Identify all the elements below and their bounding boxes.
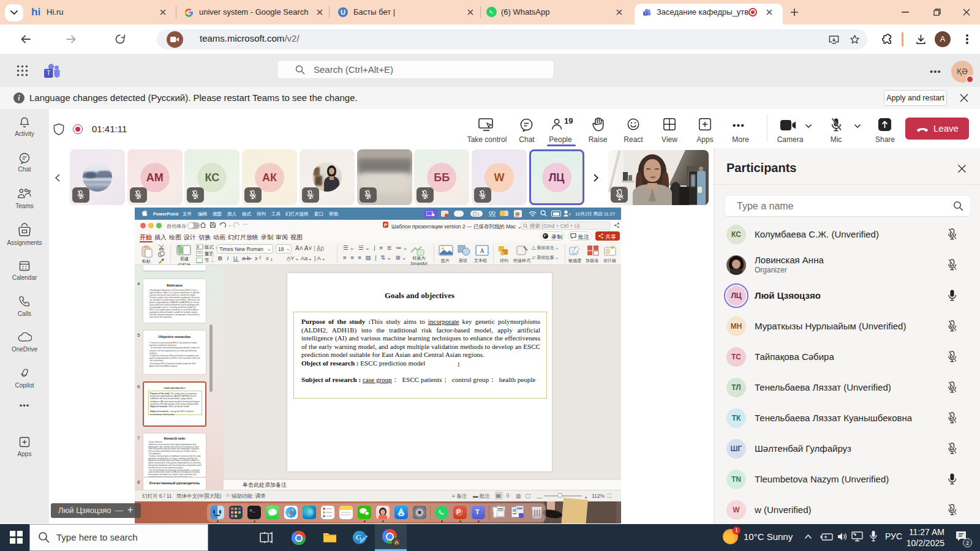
svg-text:T: T [47,69,51,77]
svg-text:A: A [480,247,484,254]
